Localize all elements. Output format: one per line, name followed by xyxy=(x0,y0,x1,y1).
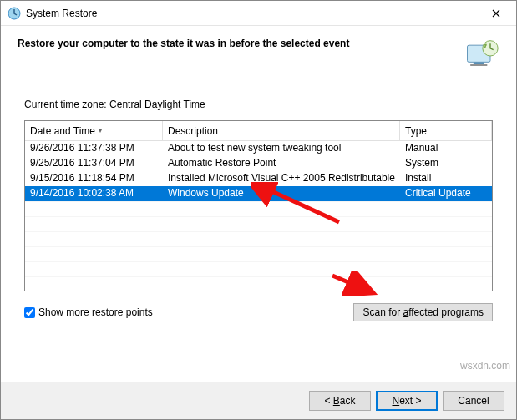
timezone-label: Current time zone: Central Daylight Time xyxy=(24,99,493,110)
system-restore-dialog: System Restore Restore your computer to … xyxy=(0,0,517,420)
list-header: Date and Time ▾ Description Type xyxy=(25,121,492,141)
column-header-description[interactable]: Description xyxy=(163,121,400,140)
cell-description: Installed Microsoft Visual C++ 2005 Redi… xyxy=(163,171,400,186)
button-bar: < Back Next > Cancel xyxy=(1,382,516,419)
sort-indicator-icon: ▾ xyxy=(99,127,102,134)
cell-date: 9/25/2016 11:37:04 PM xyxy=(25,156,163,171)
cell-type: Manual xyxy=(400,141,492,156)
cell-type: System xyxy=(400,156,492,171)
table-row[interactable]: 9/15/2016 11:18:54 PMInstalled Microsoft… xyxy=(25,171,492,186)
back-button[interactable]: < Back xyxy=(309,391,371,411)
cell-type: Install xyxy=(400,171,492,186)
body: Current time zone: Central Daylight Time… xyxy=(1,83,516,382)
next-button[interactable]: Next > xyxy=(376,391,438,411)
close-button[interactable] xyxy=(478,2,514,25)
app-icon xyxy=(8,7,21,20)
titlebar-title: System Restore xyxy=(26,8,478,19)
show-more-label: Show more restore points xyxy=(38,306,153,318)
table-row[interactable]: 9/25/2016 11:37:04 PMAutomatic Restore P… xyxy=(25,156,492,171)
column-header-type[interactable]: Type xyxy=(400,121,492,140)
cancel-button[interactable]: Cancel xyxy=(443,391,504,411)
show-more-checkbox-wrap[interactable]: Show more restore points xyxy=(24,306,153,318)
restore-points-list[interactable]: Date and Time ▾ Description Type 9/26/20… xyxy=(24,120,493,291)
watermark: wsxdn.com xyxy=(460,360,510,372)
header-text: Restore your computer to the state it wa… xyxy=(18,38,463,49)
header: Restore your computer to the state it wa… xyxy=(1,26,516,83)
svg-rect-2 xyxy=(474,62,484,64)
cell-date: 9/15/2016 11:18:54 PM xyxy=(25,171,163,186)
cell-date: 9/26/2016 11:37:38 PM xyxy=(25,141,163,156)
table-row[interactable]: 9/14/2016 10:02:38 AMWindows UpdateCriti… xyxy=(25,186,492,201)
cell-description: Automatic Restore Point xyxy=(163,156,400,171)
scan-affected-button[interactable]: Scan for affected programs xyxy=(353,303,493,321)
cell-type: Critical Update xyxy=(400,186,492,201)
cell-description: Windows Update xyxy=(163,186,400,201)
table-row[interactable]: 9/26/2016 11:37:38 PMAbout to test new s… xyxy=(25,141,492,156)
titlebar: System Restore xyxy=(1,1,516,26)
svg-rect-3 xyxy=(470,64,487,66)
under-list-row: Show more restore points Scan for affect… xyxy=(24,303,493,321)
cell-date: 9/14/2016 10:02:38 AM xyxy=(25,186,163,201)
show-more-checkbox[interactable] xyxy=(24,307,35,318)
restore-monitor-icon xyxy=(463,38,499,74)
cell-description: About to test new system tweaking tool xyxy=(163,141,400,156)
column-header-date[interactable]: Date and Time ▾ xyxy=(25,121,163,140)
